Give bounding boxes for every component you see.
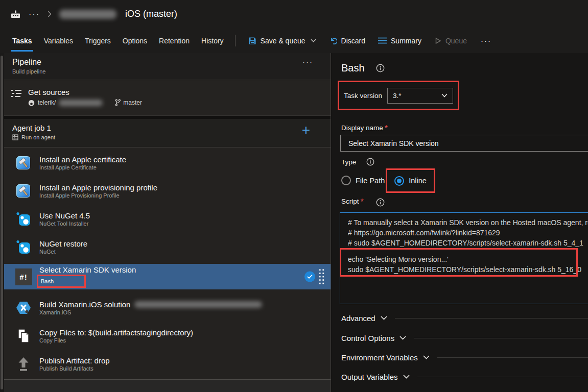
section-label: Control Options [341, 334, 394, 342]
display-name-label-row: Display name * [341, 124, 388, 133]
breadcrumb-chevron-icon [48, 11, 52, 17]
undo-icon [329, 37, 337, 45]
tabs: Tasks Variables Triggers Options Retenti… [12, 28, 224, 53]
type-label: Type [341, 158, 356, 166]
save-and-queue-button[interactable]: Save & queue [248, 37, 316, 45]
summary-list-icon [378, 37, 387, 44]
pipeline-subtitle: Build pipeline [12, 68, 322, 75]
task-subtitle: Bash [41, 278, 54, 284]
section-control-options[interactable]: Control Options [341, 333, 588, 343]
section-divider [414, 338, 588, 338]
radio-circle-selected-icon[interactable] [394, 176, 404, 186]
redacted-project-name [59, 10, 116, 19]
task-subtitle: Xamarin.iOS [39, 309, 262, 315]
tab-triggers[interactable]: Triggers [85, 28, 111, 53]
save-icon [248, 37, 256, 45]
section-divider [437, 357, 588, 358]
xamarin-icon [14, 300, 33, 315]
task-row-copy-files[interactable]: Copy Files to: $(build.artifactstagingdi… [4, 322, 331, 350]
branch-name: master [123, 99, 142, 106]
radio-circle-icon[interactable] [341, 176, 351, 185]
task-row-use-nuget[interactable]: Use NuGet 4.5 NuGet Tool Installer [4, 205, 331, 233]
task-subtitle: Publish Build Artifacts [39, 365, 110, 372]
toolbar-divider [235, 35, 236, 46]
task-title: NuGet restore [39, 239, 87, 248]
task-type-title: Bash [341, 62, 365, 74]
section-environment-variables[interactable]: Environment Variables [341, 352, 588, 362]
task-list-footer [4, 379, 331, 392]
radio-file-path[interactable]: File Path [341, 176, 385, 185]
queue-button[interactable]: Queue [434, 37, 467, 45]
pipeline-tree-panel: Pipeline Build pipeline ··· Get sources … [4, 53, 331, 392]
task-title: Install an Apple certificate [39, 155, 126, 164]
redacted-solution-path [134, 301, 262, 308]
toolbar-more-button[interactable]: ··· [481, 36, 491, 45]
nuget-icon [14, 239, 33, 255]
top-bar: ··· iOS (master) [0, 0, 588, 28]
annotation-box-script [340, 248, 578, 277]
summary-button[interactable]: Summary [378, 37, 421, 45]
info-icon[interactable] [376, 198, 385, 207]
section-advanced[interactable]: Advanced [341, 313, 588, 323]
save-and-queue-label: Save & queue [261, 37, 305, 45]
pipeline-title: Pipeline [12, 58, 322, 67]
discard-button[interactable]: Discard [329, 37, 365, 45]
summary-label: Summary [391, 37, 421, 45]
tab-options[interactable]: Options [123, 28, 147, 53]
copy-files-icon [14, 328, 33, 344]
task-title: Install an Apple provisioning profile [39, 183, 157, 192]
task-version-dropdown[interactable]: 3.* [387, 88, 453, 104]
get-sources-item[interactable]: Get sources telerik/ m [4, 80, 331, 116]
annotation-box-inline: Inline [386, 168, 435, 193]
section-divider [417, 377, 588, 377]
info-icon[interactable] [366, 158, 374, 166]
task-version-label: Task version [344, 92, 382, 100]
drag-handle[interactable] [318, 268, 325, 285]
radio-inline-label: Inline [409, 177, 427, 185]
task-row-install-provisioning-profile[interactable]: Install an Apple provisioning profile In… [4, 177, 331, 205]
queue-label: Queue [445, 37, 467, 45]
left-scrollbar[interactable] [0, 53, 4, 392]
script-editor[interactable]: # To manually select a Xamarin SDK versi… [340, 212, 588, 304]
chevron-down-icon [423, 355, 430, 359]
tab-history[interactable]: History [201, 28, 224, 53]
required-asterisk: * [385, 124, 388, 133]
display-name-input[interactable] [340, 135, 588, 152]
add-task-button[interactable]: + [302, 122, 310, 138]
organization-icon[interactable] [10, 9, 21, 19]
info-icon[interactable] [376, 64, 385, 72]
tab-bar: Tasks Variables Triggers Options Retenti… [0, 28, 588, 53]
chevron-down-icon [399, 336, 406, 340]
pipeline-more-button[interactable]: ··· [302, 57, 313, 66]
task-title: Build Xamarin.iOS solution [39, 300, 130, 309]
tab-retention[interactable]: Retention [159, 28, 190, 53]
pipeline-header[interactable]: Pipeline Build pipeline ··· [4, 53, 331, 80]
scrollbar-thumb[interactable] [1, 56, 3, 389]
breadcrumb-more-button[interactable]: ··· [29, 10, 40, 19]
task-subtitle: NuGet [39, 249, 87, 255]
task-row-nuget-restore[interactable]: NuGet restore NuGet [4, 233, 331, 261]
github-icon [28, 100, 35, 106]
task-title: Publish Artifact: drop [39, 356, 110, 365]
chevron-down-icon [441, 93, 448, 97]
sources-icon [11, 89, 22, 115]
task-row-select-xamarin-sdk[interactable]: #! Select Xamarin SDK version Bash [4, 264, 331, 289]
apple-build-icon [14, 183, 33, 199]
task-title: Use NuGet 4.5 [39, 211, 90, 220]
toolbar: Save & queue Discard Summary [248, 28, 491, 53]
agent-job-subtitle: Run on agent [21, 134, 55, 140]
section-output-variables[interactable]: Output Variables [341, 372, 588, 382]
git-branch-icon [115, 99, 121, 106]
tab-variables[interactable]: Variables [44, 28, 73, 53]
task-row-install-apple-certificate[interactable]: Install an Apple certificate Install App… [4, 149, 331, 177]
annotation-box-bash: Bash [37, 275, 86, 288]
task-settings-header: Bash [341, 62, 385, 74]
task-enabled-check-icon[interactable] [304, 272, 315, 282]
task-row-publish-artifact[interactable]: Publish Artifact: drop Publish Build Art… [4, 350, 331, 378]
agent-job-header[interactable]: Agent job 1 Run on agent + [4, 119, 331, 148]
task-subtitle: NuGet Tool Installer [39, 220, 90, 227]
task-settings-panel: Bash Task version 3.* Display name * Typ… [332, 53, 588, 392]
tab-tasks[interactable]: Tasks [12, 28, 32, 53]
chevron-down-icon [381, 316, 387, 320]
task-row-build-xamarin-ios[interactable]: Build Xamarin.iOS solution Xamarin.iOS [4, 293, 331, 322]
